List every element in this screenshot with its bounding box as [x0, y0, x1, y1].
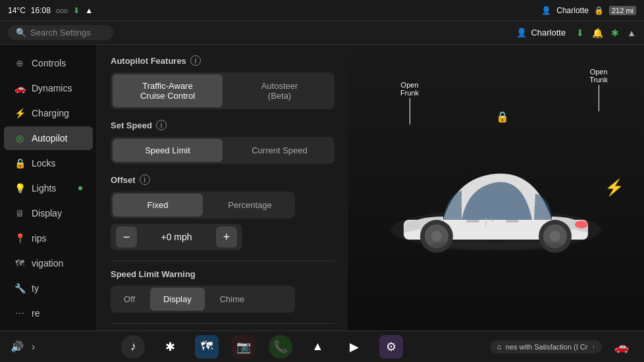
taskbar-app-phone[interactable]: 📞 — [269, 335, 292, 359]
autopilot-features-title: Autopilot Features i — [111, 55, 335, 66]
music-label: nes with Satisfaction (I Cr — [506, 343, 588, 351]
offset-type-group: Fixed Percentage — [111, 192, 295, 219]
more-icon: ⋯ — [14, 308, 25, 319]
temperature: 14°C — [8, 6, 26, 15]
locks-icon: 🔒 — [14, 158, 25, 168]
percentage-button[interactable]: Percentage — [205, 192, 295, 219]
status-left: 14°C 16:08 ooo ⬇ ▲ — [8, 6, 93, 15]
wifi-icon-status: ▲ — [85, 6, 93, 15]
music-arrow-icon: ↑ — [591, 343, 595, 351]
volume-icon[interactable]: 🔊 — [11, 340, 24, 353]
fixed-button[interactable]: Fixed — [113, 194, 203, 217]
set-speed-info-icon[interactable]: i — [156, 120, 167, 130]
header-icons: ⬇ 🔔 ✱ ▲ — [576, 28, 636, 38]
search-placeholder: Search Settings — [30, 28, 91, 38]
battery-status: 212 mi — [609, 6, 636, 15]
search-icon: 🔍 — [16, 28, 26, 38]
header-user: 👤 Charlotte — [516, 28, 566, 38]
sidebar-item-label: Lights — [32, 183, 56, 194]
sidebar-item-dynamics[interactable]: 🚗 Dynamics — [4, 76, 93, 100]
music-note-icon: ♫ — [496, 343, 502, 351]
chevron-icon[interactable]: › — [32, 341, 35, 353]
taskbar-right-icon[interactable]: 🚗 — [610, 335, 633, 359]
offset-minus-button[interactable]: − — [116, 226, 137, 247]
offset-plus-button[interactable]: + — [216, 226, 237, 247]
sidebar-item-label: Autopilot — [32, 133, 67, 143]
taskbar: 🔊 › ♪ ✱ 🗺 📷 📞 ▲ ▶ ⚙ ♫ nes with Satisfact… — [0, 330, 644, 362]
svg-rect-12 — [466, 220, 479, 222]
car-lock-icon: 🔒 — [496, 111, 509, 123]
sidebar-item-locks[interactable]: 🔒 Locks — [4, 151, 93, 175]
taskbar-app-camera[interactable]: 📷 — [232, 335, 255, 359]
sidebar-item-charging[interactable]: ⚡ Charging — [4, 101, 93, 125]
current-speed-button[interactable]: Current Speed — [225, 137, 335, 164]
dynamics-icon: 🚗 — [14, 83, 25, 93]
sidebar-item-trips[interactable]: 📍 rips — [4, 226, 93, 250]
sidebar-item-label: Dynamics — [32, 83, 72, 93]
header-bluetooth-icon: ✱ — [611, 28, 619, 38]
offset-info-icon[interactable]: i — [140, 174, 150, 185]
username-status: Charlotte — [556, 6, 589, 15]
warning-display-button[interactable]: Display — [150, 288, 205, 311]
music-bar[interactable]: ♫ nes with Satisfaction (I Cr ↑ — [490, 340, 602, 353]
sidebar-item-autopilot[interactable]: ◎ Autopilot — [4, 126, 93, 150]
sidebar: ⊕ Controls 🚗 Dynamics ⚡ Charging ◎ Autop… — [0, 45, 97, 330]
warning-off-button[interactable]: Off — [111, 286, 148, 313]
taskbar-app-music[interactable]: ♪ — [121, 335, 145, 359]
taskbar-app-media[interactable]: ▶ — [342, 335, 366, 359]
sidebar-item-label: rips — [32, 233, 47, 244]
offset-title: Offset i — [111, 174, 335, 185]
speed-limit-button[interactable]: Speed Limit — [113, 139, 223, 162]
sidebar-item-label: vigation — [32, 258, 63, 269]
taskbar-app-map[interactable]: 🗺 — [195, 335, 219, 359]
taskbar-app-settings[interactable]: ⚙ — [379, 335, 403, 359]
autopilot-features-group: Traffic-AwareCruise Control Autosteer(Be… — [111, 72, 335, 109]
charging-icon: ⚡ — [14, 108, 25, 118]
status-right: 👤 Charlotte 🔒 212 mi — [541, 6, 636, 15]
main-layout: ⊕ Controls 🚗 Dynamics ⚡ Charging ◎ Autop… — [0, 45, 644, 330]
taskbar-right: ♫ nes with Satisfaction (I Cr ↑ 🚗 — [490, 335, 633, 359]
car-area: Open Frunk OpenTrunk — [348, 45, 644, 330]
features-info-icon[interactable]: i — [190, 55, 201, 66]
warning-chime-button[interactable]: Chime — [207, 286, 258, 313]
tacc-button[interactable]: Traffic-AwareCruise Control — [113, 74, 223, 107]
header-row: 🔍 Search Settings 👤 Charlotte ⬇ 🔔 ✱ ▲ — [0, 21, 644, 45]
status-bar: 14°C 16:08 ooo ⬇ ▲ 👤 Charlotte 🔒 212 mi — [0, 0, 644, 21]
download-icon: ⬇ — [73, 6, 80, 15]
trips-icon: 📍 — [14, 233, 25, 244]
taskbar-app-nav[interactable]: ▲ — [306, 335, 329, 359]
sidebar-item-service[interactable]: 🔧 ty — [4, 276, 93, 300]
open-trunk-label[interactable]: OpenTrunk — [589, 68, 608, 111]
svg-point-7 — [550, 231, 560, 242]
lights-icon: 💡 — [14, 183, 25, 194]
sidebar-item-more[interactable]: ⋯ re — [4, 301, 93, 325]
sidebar-item-lights[interactable]: 💡 Lights — [4, 176, 93, 200]
user-icon-status: 👤 — [541, 6, 551, 15]
header-bell-icon: 🔔 — [592, 28, 603, 38]
svg-rect-13 — [506, 220, 519, 222]
offset-control: − +0 mph + — [111, 224, 242, 250]
autosteer-button[interactable]: Autosteer(Beta) — [225, 72, 335, 109]
header-download-icon[interactable]: ⬇ — [576, 28, 584, 38]
sidebar-item-label: re — [32, 308, 40, 319]
sidebar-item-label: ty — [32, 283, 39, 294]
open-frunk-label[interactable]: Open Frunk — [400, 81, 419, 124]
tesla-car-svg: T — [364, 124, 628, 282]
speed-limit-warning-title: Speed Limit Warning — [111, 269, 335, 279]
svg-text:T: T — [491, 216, 495, 223]
lights-dot — [78, 186, 82, 190]
search-box[interactable]: 🔍 Search Settings — [8, 25, 113, 40]
sidebar-item-navigation[interactable]: 🗺 vigation — [4, 251, 93, 275]
set-speed-group: Speed Limit Current Speed — [111, 137, 335, 164]
sidebar-item-display[interactable]: 🖥 Display — [4, 201, 93, 225]
taskbar-center: ♪ ✱ 🗺 📷 📞 ▲ ▶ ⚙ — [121, 335, 403, 359]
controls-icon: ⊕ — [14, 58, 25, 68]
taskbar-left: 🔊 › — [11, 340, 35, 353]
header-username: Charlotte — [531, 28, 566, 38]
sidebar-item-controls[interactable]: ⊕ Controls — [4, 51, 93, 75]
taskbar-app-bluetooth[interactable]: ✱ — [158, 335, 182, 359]
charging-indicator: ⚡ — [604, 178, 624, 197]
time: 16:08 — [31, 6, 51, 15]
speed-limit-warning-group: Off Display Chime — [111, 286, 295, 313]
svg-point-8 — [405, 220, 418, 228]
